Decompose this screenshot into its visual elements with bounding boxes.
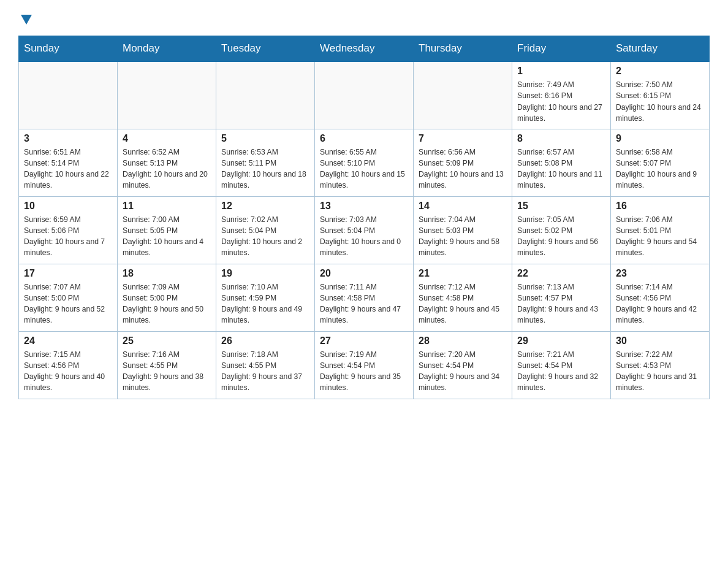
day-number: 27 — [320, 335, 408, 347]
day-number: 23 — [616, 268, 704, 279]
calendar-week-row: 3Sunrise: 6:51 AM Sunset: 5:14 PM Daylig… — [19, 129, 710, 196]
calendar-cell: 1Sunrise: 7:49 AM Sunset: 6:16 PM Daylig… — [512, 61, 611, 129]
calendar-body: 1Sunrise: 7:49 AM Sunset: 6:16 PM Daylig… — [19, 61, 710, 399]
calendar-cell: 16Sunrise: 7:06 AM Sunset: 5:01 PM Dayli… — [611, 196, 710, 264]
day-info: Sunrise: 7:11 AM Sunset: 4:58 PM Dayligh… — [320, 282, 408, 326]
day-info: Sunrise: 7:13 AM Sunset: 4:57 PM Dayligh… — [517, 282, 605, 326]
calendar-cell: 2Sunrise: 7:50 AM Sunset: 6:15 PM Daylig… — [611, 61, 710, 129]
day-info: Sunrise: 7:50 AM Sunset: 6:15 PM Dayligh… — [616, 79, 704, 124]
header-thursday: Thursday — [414, 36, 512, 62]
calendar-cell: 4Sunrise: 6:52 AM Sunset: 5:13 PM Daylig… — [118, 129, 216, 196]
day-info: Sunrise: 7:49 AM Sunset: 6:16 PM Dayligh… — [517, 79, 605, 124]
calendar-cell: 9Sunrise: 6:58 AM Sunset: 5:07 PM Daylig… — [611, 129, 710, 196]
calendar-cell: 29Sunrise: 7:21 AM Sunset: 4:54 PM Dayli… — [512, 331, 611, 399]
calendar-cell: 10Sunrise: 6:59 AM Sunset: 5:06 PM Dayli… — [19, 196, 118, 264]
day-number: 16 — [616, 201, 704, 212]
header-friday: Friday — [512, 36, 611, 62]
day-number: 1 — [517, 66, 605, 77]
day-info: Sunrise: 7:10 AM Sunset: 4:59 PM Dayligh… — [221, 282, 309, 326]
calendar-cell: 11Sunrise: 7:00 AM Sunset: 5:05 PM Dayli… — [118, 196, 216, 264]
calendar-cell: 8Sunrise: 6:57 AM Sunset: 5:08 PM Daylig… — [512, 129, 611, 196]
day-info: Sunrise: 6:51 AM Sunset: 5:14 PM Dayligh… — [24, 147, 112, 191]
calendar-cell: 13Sunrise: 7:03 AM Sunset: 5:04 PM Dayli… — [315, 196, 414, 264]
calendar-week-row: 1Sunrise: 7:49 AM Sunset: 6:16 PM Daylig… — [19, 61, 710, 129]
day-info: Sunrise: 6:53 AM Sunset: 5:11 PM Dayligh… — [221, 147, 309, 191]
calendar-week-row: 10Sunrise: 6:59 AM Sunset: 5:06 PM Dayli… — [19, 196, 710, 264]
calendar-cell: 22Sunrise: 7:13 AM Sunset: 4:57 PM Dayli… — [512, 264, 611, 331]
calendar-cell — [414, 61, 512, 129]
day-number: 10 — [24, 201, 112, 212]
weekday-header-row: Sunday Monday Tuesday Wednesday Thursday… — [19, 36, 710, 62]
day-info: Sunrise: 7:05 AM Sunset: 5:02 PM Dayligh… — [517, 214, 605, 259]
day-number: 21 — [419, 268, 507, 279]
day-info: Sunrise: 6:56 AM Sunset: 5:09 PM Dayligh… — [419, 147, 507, 191]
day-info: Sunrise: 7:02 AM Sunset: 5:04 PM Dayligh… — [221, 214, 309, 259]
day-number: 12 — [221, 201, 309, 212]
day-number: 4 — [123, 133, 211, 144]
day-number: 9 — [616, 133, 704, 144]
calendar-cell: 23Sunrise: 7:14 AM Sunset: 4:56 PM Dayli… — [611, 264, 710, 331]
day-number: 18 — [123, 268, 211, 279]
day-info: Sunrise: 7:22 AM Sunset: 4:53 PM Dayligh… — [616, 349, 704, 394]
calendar-cell: 27Sunrise: 7:19 AM Sunset: 4:54 PM Dayli… — [315, 331, 414, 399]
calendar-cell: 14Sunrise: 7:04 AM Sunset: 5:03 PM Dayli… — [414, 196, 512, 264]
day-number: 22 — [517, 268, 605, 279]
day-number: 13 — [320, 201, 408, 212]
calendar-cell: 26Sunrise: 7:18 AM Sunset: 4:55 PM Dayli… — [216, 331, 315, 399]
calendar-cell: 30Sunrise: 7:22 AM Sunset: 4:53 PM Dayli… — [611, 331, 710, 399]
day-info: Sunrise: 6:58 AM Sunset: 5:07 PM Dayligh… — [616, 147, 704, 191]
day-info: Sunrise: 7:15 AM Sunset: 4:56 PM Dayligh… — [24, 349, 112, 394]
header-saturday: Saturday — [611, 36, 710, 62]
header-wednesday: Wednesday — [315, 36, 414, 62]
day-number: 6 — [320, 133, 408, 144]
calendar-cell: 12Sunrise: 7:02 AM Sunset: 5:04 PM Dayli… — [216, 196, 315, 264]
calendar-week-row: 17Sunrise: 7:07 AM Sunset: 5:00 PM Dayli… — [19, 264, 710, 331]
calendar-cell: 28Sunrise: 7:20 AM Sunset: 4:54 PM Dayli… — [414, 331, 512, 399]
header-monday: Monday — [118, 36, 216, 62]
day-info: Sunrise: 6:52 AM Sunset: 5:13 PM Dayligh… — [123, 147, 211, 191]
day-number: 24 — [24, 335, 112, 347]
day-info: Sunrise: 7:16 AM Sunset: 4:55 PM Dayligh… — [123, 349, 211, 394]
logo — [18, 12, 32, 25]
calendar-cell: 25Sunrise: 7:16 AM Sunset: 4:55 PM Dayli… — [118, 331, 216, 399]
page-header — [18, 12, 710, 25]
header-tuesday: Tuesday — [216, 36, 315, 62]
day-number: 19 — [221, 268, 309, 279]
calendar-cell — [216, 61, 315, 129]
day-number: 5 — [221, 133, 309, 144]
day-number: 29 — [517, 335, 605, 347]
day-info: Sunrise: 7:03 AM Sunset: 5:04 PM Dayligh… — [320, 214, 408, 259]
day-info: Sunrise: 6:59 AM Sunset: 5:06 PM Dayligh… — [24, 214, 112, 259]
calendar-cell: 3Sunrise: 6:51 AM Sunset: 5:14 PM Daylig… — [19, 129, 118, 196]
day-number: 25 — [123, 335, 211, 347]
calendar-cell — [315, 61, 414, 129]
calendar-cell: 6Sunrise: 6:55 AM Sunset: 5:10 PM Daylig… — [315, 129, 414, 196]
calendar-cell — [118, 61, 216, 129]
header-sunday: Sunday — [19, 36, 118, 62]
calendar-cell: 7Sunrise: 6:56 AM Sunset: 5:09 PM Daylig… — [414, 129, 512, 196]
day-number: 28 — [419, 335, 507, 347]
day-info: Sunrise: 7:20 AM Sunset: 4:54 PM Dayligh… — [419, 349, 507, 394]
logo-general — [18, 12, 32, 25]
day-number: 30 — [616, 335, 704, 347]
calendar-cell: 18Sunrise: 7:09 AM Sunset: 5:00 PM Dayli… — [118, 264, 216, 331]
calendar-table: Sunday Monday Tuesday Wednesday Thursday… — [18, 36, 710, 399]
calendar-header: Sunday Monday Tuesday Wednesday Thursday… — [19, 36, 710, 62]
day-info: Sunrise: 7:09 AM Sunset: 5:00 PM Dayligh… — [123, 282, 211, 326]
day-number: 2 — [616, 66, 704, 77]
day-number: 3 — [24, 133, 112, 144]
calendar-cell: 19Sunrise: 7:10 AM Sunset: 4:59 PM Dayli… — [216, 264, 315, 331]
day-number: 26 — [221, 335, 309, 347]
day-info: Sunrise: 7:21 AM Sunset: 4:54 PM Dayligh… — [517, 349, 605, 394]
day-number: 17 — [24, 268, 112, 279]
day-info: Sunrise: 7:04 AM Sunset: 5:03 PM Dayligh… — [419, 214, 507, 259]
calendar-cell: 5Sunrise: 6:53 AM Sunset: 5:11 PM Daylig… — [216, 129, 315, 196]
day-info: Sunrise: 7:18 AM Sunset: 4:55 PM Dayligh… — [221, 349, 309, 394]
day-number: 20 — [320, 268, 408, 279]
day-number: 11 — [123, 201, 211, 212]
calendar-cell: 15Sunrise: 7:05 AM Sunset: 5:02 PM Dayli… — [512, 196, 611, 264]
calendar-cell: 21Sunrise: 7:12 AM Sunset: 4:58 PM Dayli… — [414, 264, 512, 331]
day-number: 7 — [419, 133, 507, 144]
day-info: Sunrise: 7:06 AM Sunset: 5:01 PM Dayligh… — [616, 214, 704, 259]
day-info: Sunrise: 7:19 AM Sunset: 4:54 PM Dayligh… — [320, 349, 408, 394]
